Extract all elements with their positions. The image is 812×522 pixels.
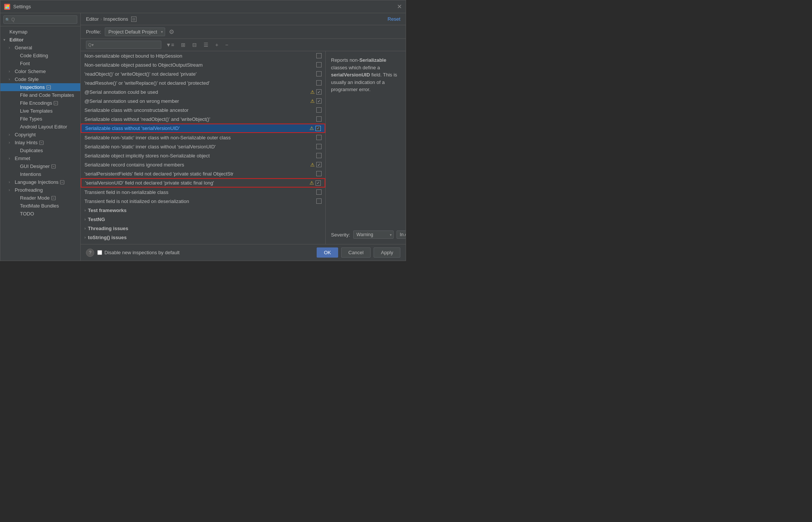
inspection-row-8[interactable]: Serializable class without 'readObject()… [81, 114, 325, 124]
inspection-row-1[interactable]: Non-serializable object bound to HttpSes… [81, 51, 325, 60]
sidebar-item-proofreading[interactable]: › Proofreading [0, 186, 80, 194]
sidebar-item-font[interactable]: Font [0, 60, 80, 67]
sidebar-item-intentions[interactable]: Intentions [0, 170, 80, 178]
sidebar-item-keymap[interactable]: Keymap [0, 28, 80, 36]
collapse-all-button[interactable]: ⊟ [190, 41, 199, 49]
warn-icon: ⚠ [310, 162, 315, 168]
inspection-row-4[interactable]: 'readResolve()' or 'writeReplace()' not … [81, 78, 325, 87]
sidebar-item-reader-mode[interactable]: Reader Mode [0, 194, 80, 202]
inspection-row-2[interactable]: Non-serializable object passed to Object… [81, 60, 325, 69]
inspection-checkbox[interactable] [316, 62, 322, 67]
inspection-row-9[interactable]: Serializable class without 'serialVersio… [81, 124, 325, 133]
profile-select[interactable]: Project Default Project Default [105, 27, 165, 36]
inspection-checkbox[interactable] [316, 171, 322, 176]
sidebar-item-editor[interactable]: ▾ Editor [0, 36, 80, 44]
inspection-checkbox[interactable] [316, 71, 322, 76]
sidebar-item-color-scheme[interactable]: › Color Scheme [0, 67, 80, 75]
sidebar-item-label: Code Editing [20, 53, 48, 58]
inspection-row-6[interactable]: @Serial annotation used on wrong member … [81, 96, 325, 105]
inspection-row-12[interactable]: Serializable object implicitly stores no… [81, 151, 325, 160]
category-row-threading[interactable]: › Threading issues [81, 224, 325, 233]
scope-select[interactable]: In All Scopes In Tests Only [397, 230, 406, 239]
inspection-row-15[interactable]: 'serialVersionUID' field not declared 'p… [81, 178, 325, 188]
disable-new-inspections-label: Disable new inspections by default [97, 250, 179, 255]
inspection-label: Serializable record contains ignored mem… [84, 162, 310, 168]
cat-arrow: › [84, 208, 86, 212]
sidebar-item-copyright[interactable]: › Copyright [0, 131, 80, 139]
severity-select[interactable]: Warning Error Info Weak Warning [353, 230, 394, 239]
inspection-search-input[interactable] [86, 41, 161, 49]
sidebar-item-general[interactable]: › General [0, 44, 80, 52]
inspection-checkbox[interactable] [316, 98, 322, 104]
apply-button[interactable]: Apply [374, 247, 400, 258]
titlebar: Settings ✕ [0, 0, 406, 13]
sidebar-search-input[interactable] [3, 15, 77, 24]
category-row-tostring[interactable]: › toString() issues [81, 233, 325, 242]
inspection-label: Non-serializable object passed to Object… [84, 62, 316, 68]
sidebar-item-gui-designer[interactable]: GUI Designer [0, 162, 80, 170]
inspection-row-10[interactable]: Serializable non-'static' inner class wi… [81, 133, 325, 142]
inspection-row-13[interactable]: Serializable record contains ignored mem… [81, 160, 325, 169]
inspections-area: Non-serializable object bound to HttpSes… [81, 51, 406, 244]
close-button[interactable]: ✕ [397, 3, 402, 10]
ok-button[interactable]: OK [317, 247, 338, 258]
disable-new-inspections-checkbox[interactable] [97, 250, 102, 255]
sidebar-item-code-style[interactable]: › Code Style [0, 75, 80, 83]
inspection-checkbox[interactable] [316, 116, 322, 122]
inspection-checkbox[interactable] [316, 126, 321, 131]
filter-button[interactable]: ▼≡ [164, 41, 176, 49]
inspection-checkbox[interactable] [316, 189, 322, 195]
inspection-row-7[interactable]: Serializable class with unconstructable … [81, 105, 325, 114]
inspection-row-5[interactable]: @Serial annotation could be used ⚠ [81, 87, 325, 96]
sidebar-item-language-injections[interactable]: › Language Injections [0, 178, 80, 186]
gear-button[interactable]: ⚙ [169, 28, 174, 35]
cancel-button[interactable]: Cancel [341, 247, 371, 258]
inspection-checkbox[interactable] [316, 144, 322, 149]
remove-button[interactable]: − [223, 41, 230, 49]
sidebar-item-todo[interactable]: TODO [0, 210, 80, 218]
sidebar-item-emmet[interactable]: › Emmet [0, 154, 80, 162]
inspection-row-11[interactable]: Serializable non-'static' inner class wi… [81, 142, 325, 151]
inspection-row-3[interactable]: 'readObject()' or 'writeObject()' not de… [81, 69, 325, 78]
expand-all-button[interactable]: ⊞ [179, 41, 188, 49]
sidebar-item-android-layout-editor[interactable]: Android Layout Editor [0, 123, 80, 131]
inspection-checkbox[interactable] [316, 180, 321, 186]
sidebar-item-inlay-hints[interactable]: › Inlay Hints [0, 139, 80, 147]
inspection-checkbox[interactable] [316, 107, 322, 113]
inspection-checkbox[interactable] [316, 135, 322, 140]
sidebar-item-inspections[interactable]: Inspections [0, 83, 80, 91]
sidebar-item-duplicates[interactable]: Duplicates [0, 147, 80, 154]
sidebar: Keymap ▾ Editor › General Code Editing [0, 13, 81, 261]
category-row-test-frameworks[interactable]: › Test frameworks [81, 206, 325, 215]
app-icon [4, 4, 10, 10]
inspection-checkbox[interactable] [316, 53, 322, 58]
category-row-testng[interactable]: › TestNG [81, 215, 325, 224]
svg-rect-2 [5, 7, 7, 9]
warn-icon: ⚠ [309, 125, 314, 131]
sidebar-item-textmate-bundles[interactable]: TextMate Bundles [0, 202, 80, 210]
add-button[interactable]: + [213, 41, 221, 49]
inspection-row-17[interactable]: Transient field is not initialized on de… [81, 197, 325, 206]
help-button[interactable]: ? [86, 249, 94, 257]
sidebar-item-code-editing[interactable]: Code Editing [0, 52, 80, 60]
inspection-checkbox[interactable] [316, 80, 322, 85]
bottom-right: OK Cancel Apply [317, 247, 400, 258]
inspection-label: Transient field is not initialized on de… [84, 198, 316, 204]
inspection-checkbox[interactable] [316, 162, 322, 167]
reset-button[interactable]: Reset [388, 16, 400, 22]
inspection-checkbox[interactable] [316, 153, 322, 158]
inspection-checkbox[interactable] [316, 198, 322, 204]
svg-rect-3 [7, 5, 9, 7]
inspection-row-14[interactable]: 'serialPersistentFields' field not decla… [81, 169, 325, 178]
inspection-label: Serializable non-'static' inner class wi… [84, 135, 316, 140]
sidebar-item-file-types[interactable]: File Types [0, 115, 80, 123]
inspection-checkbox[interactable] [316, 89, 322, 95]
sidebar-item-label: Live Templates [20, 108, 52, 114]
sidebar-item-file-code-templates[interactable]: File and Code Templates [0, 91, 80, 99]
inspection-row-16[interactable]: Transient field in non-serializable clas… [81, 188, 325, 197]
view-options-button[interactable]: ☰ [201, 41, 211, 49]
copyright-arrow: › [9, 133, 14, 137]
sidebar-item-file-encodings[interactable]: File Encodings [0, 99, 80, 107]
sidebar-search-area [0, 13, 80, 26]
sidebar-item-live-templates[interactable]: Live Templates [0, 107, 80, 115]
